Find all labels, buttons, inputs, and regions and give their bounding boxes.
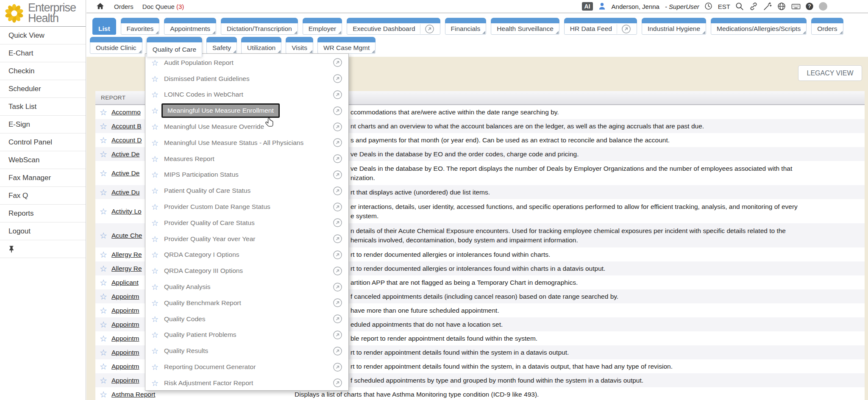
favorite-star-icon[interactable]: ☆ bbox=[95, 333, 111, 344]
external-link-icon[interactable] bbox=[333, 122, 342, 132]
tab[interactable]: Health Surveillance bbox=[491, 18, 559, 35]
report-link[interactable]: Allergy Re bbox=[111, 265, 142, 272]
favorite-star-icon[interactable]: ☆ bbox=[151, 298, 159, 308]
search-icon[interactable] bbox=[735, 2, 744, 11]
favorite-star-icon[interactable]: ☆ bbox=[151, 138, 159, 147]
sidebar-item[interactable]: Fax Q bbox=[0, 187, 86, 205]
sidebar-item[interactable]: E-Chart bbox=[0, 44, 86, 62]
tab[interactable]: Utilization bbox=[241, 37, 281, 54]
user-icon[interactable] bbox=[598, 2, 607, 11]
menu-item[interactable]: ☆ Dismissed Patient Guidelines bbox=[145, 71, 348, 87]
external-link-icon[interactable] bbox=[333, 90, 342, 100]
report-link[interactable]: Active Du bbox=[111, 189, 139, 196]
favorite-star-icon[interactable]: ☆ bbox=[95, 361, 111, 372]
keyboard-icon[interactable] bbox=[791, 2, 800, 11]
external-link-icon[interactable] bbox=[333, 314, 342, 324]
sidebar-item[interactable]: E-Sign bbox=[0, 116, 86, 133]
external-link-icon[interactable] bbox=[420, 24, 434, 34]
favorite-star-icon[interactable]: ☆ bbox=[151, 346, 159, 356]
report-link[interactable]: Account B bbox=[111, 122, 142, 130]
globe-icon[interactable] bbox=[777, 2, 786, 11]
favorite-star-icon[interactable]: ☆ bbox=[95, 375, 111, 386]
menu-item[interactable]: ☆ Meaningful Use Measure Override bbox=[145, 119, 348, 135]
external-link-icon[interactable] bbox=[333, 218, 342, 228]
magic-wand-icon[interactable] bbox=[763, 2, 772, 11]
menu-item[interactable]: ☆ Provider Quality Year over Year bbox=[145, 231, 348, 247]
tab[interactable]: Visits bbox=[286, 37, 313, 54]
external-link-icon[interactable] bbox=[333, 58, 342, 67]
help-icon[interactable]: ? bbox=[805, 2, 814, 11]
report-link[interactable]: Accommo bbox=[111, 108, 141, 116]
favorite-star-icon[interactable]: ☆ bbox=[95, 135, 111, 145]
external-link-icon[interactable] bbox=[333, 346, 342, 356]
tab[interactable]: Financials bbox=[445, 18, 487, 35]
external-link-icon[interactable] bbox=[333, 250, 342, 260]
tab[interactable]: Medications/Allergies/Scripts bbox=[711, 18, 807, 35]
sidebar-item[interactable]: Control Panel bbox=[0, 133, 86, 151]
doc-queue-link[interactable]: Doc Queue (3) bbox=[142, 3, 184, 10]
favorite-star-icon[interactable]: ☆ bbox=[95, 306, 111, 316]
external-link-icon[interactable] bbox=[333, 186, 342, 196]
sidebar-item[interactable]: Checkin bbox=[0, 62, 86, 80]
favorite-star-icon[interactable]: ☆ bbox=[151, 250, 159, 259]
sidebar-item[interactable]: Fax Manager bbox=[0, 169, 86, 187]
menu-item[interactable]: ☆ LOINC Codes in WebChart bbox=[145, 87, 348, 103]
report-link[interactable]: Acute Che bbox=[111, 232, 142, 239]
favorite-star-icon[interactable]: ☆ bbox=[95, 206, 111, 217]
favorite-star-icon[interactable]: ☆ bbox=[151, 186, 159, 195]
tab[interactable]: HR Data Feed bbox=[564, 18, 637, 35]
favorite-star-icon[interactable]: ☆ bbox=[95, 278, 111, 288]
report-link[interactable]: Appointm bbox=[111, 293, 139, 300]
menu-item[interactable]: ☆ Patient Quality of Care Status bbox=[145, 183, 348, 199]
menu-item[interactable]: ☆ Meaningful Use Measure Status - All Ph… bbox=[145, 135, 348, 151]
menu-item[interactable]: ☆ Quality Results bbox=[145, 343, 348, 359]
report-link[interactable]: Applicant bbox=[111, 279, 139, 286]
external-link-icon[interactable] bbox=[333, 266, 342, 276]
favorite-star-icon[interactable]: ☆ bbox=[95, 319, 111, 330]
favorite-star-icon[interactable]: ☆ bbox=[151, 266, 159, 275]
menu-item[interactable]: ☆ MIPS Participation Status bbox=[145, 167, 348, 183]
external-link-icon[interactable] bbox=[617, 24, 631, 34]
favorite-star-icon[interactable]: ☆ bbox=[151, 106, 159, 115]
user-name[interactable]: Anderson, Jenna bbox=[612, 3, 659, 10]
sidebar-pin-toggle[interactable] bbox=[0, 240, 86, 258]
favorite-star-icon[interactable]: ☆ bbox=[95, 250, 111, 260]
favorite-star-icon[interactable]: ☆ bbox=[95, 347, 111, 358]
sidebar-item[interactable]: Reports bbox=[0, 205, 86, 222]
report-link[interactable]: Appointm bbox=[111, 363, 139, 370]
menu-item[interactable]: ☆ Provider Custom Date Range Status bbox=[145, 199, 348, 215]
home-icon[interactable] bbox=[96, 2, 105, 11]
app-logo[interactable]: EnterpriseHealth bbox=[0, 0, 86, 27]
report-link[interactable]: Account D bbox=[111, 136, 142, 144]
favorite-star-icon[interactable]: ☆ bbox=[151, 282, 159, 292]
ai-badge[interactable]: AI bbox=[582, 2, 593, 11]
tab[interactable]: List bbox=[92, 18, 116, 35]
favorite-star-icon[interactable]: ☆ bbox=[151, 154, 159, 164]
report-link[interactable]: Appointm bbox=[111, 335, 139, 342]
tab[interactable]: Orders bbox=[811, 18, 843, 35]
external-link-icon[interactable] bbox=[333, 362, 342, 372]
tab[interactable]: Dictation/Transcription bbox=[221, 18, 298, 35]
external-link-icon[interactable] bbox=[333, 378, 342, 388]
tab[interactable]: Favorites bbox=[121, 18, 160, 35]
favorite-star-icon[interactable]: ☆ bbox=[151, 314, 159, 324]
report-link[interactable]: Active De bbox=[111, 169, 139, 177]
favorite-star-icon[interactable]: ☆ bbox=[151, 58, 159, 67]
report-link[interactable]: Appointm bbox=[111, 321, 139, 328]
menu-item[interactable]: ☆ Quality Codes bbox=[145, 311, 348, 327]
sidebar-item[interactable]: Logout bbox=[0, 222, 86, 240]
menu-item[interactable]: ☆ Risk Adjustment Factor Report bbox=[145, 375, 348, 391]
sidebar-item[interactable]: WebScan bbox=[0, 151, 86, 169]
report-link[interactable]: Appointm bbox=[111, 349, 139, 356]
favorite-star-icon[interactable]: ☆ bbox=[95, 292, 111, 302]
report-link[interactable]: Appointm bbox=[111, 307, 139, 314]
favorite-star-icon[interactable]: ☆ bbox=[151, 74, 159, 83]
clock-icon[interactable] bbox=[704, 2, 713, 11]
orders-link[interactable]: Orders bbox=[114, 3, 134, 10]
timezone-label[interactable]: EST bbox=[718, 3, 730, 10]
external-link-icon[interactable] bbox=[333, 106, 342, 116]
favorite-star-icon[interactable]: ☆ bbox=[95, 107, 111, 117]
legacy-view-button[interactable]: LEGACY VIEW bbox=[798, 65, 862, 81]
menu-item[interactable]: ☆ Measures Report bbox=[145, 151, 348, 167]
link-icon[interactable] bbox=[749, 2, 758, 11]
